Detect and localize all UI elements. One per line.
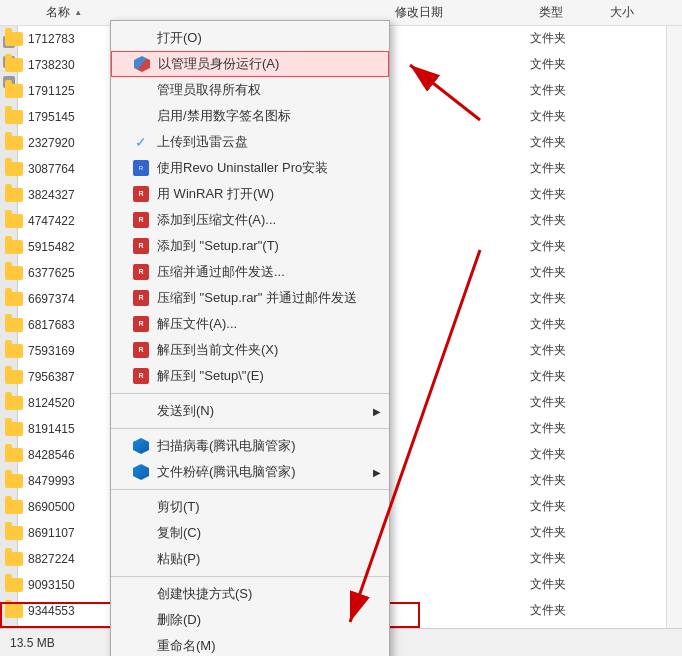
file-type: 文件夹 [530,290,606,307]
check-icon: ✓ [135,134,147,150]
menu-item-cut[interactable]: 剪切(T) [111,494,389,520]
col-size-header[interactable]: 大小 [610,4,682,21]
menu-item-label: 管理员取得所有权 [157,81,261,99]
menu-item-tencent-scan[interactable]: 扫描病毒(腾讯电脑管家) [111,433,389,459]
col-name-header[interactable]: 名称 ▲ [16,4,395,21]
file-type: 文件夹 [530,264,606,281]
file-type: 文件夹 [530,394,606,411]
menu-item-create-shortcut[interactable]: 创建快捷方式(S) [111,581,389,607]
menu-icon: ✓ [131,132,151,152]
menu-item-extract-setup[interactable]: R解压到 "Setup\"(E) [111,363,389,389]
menu-icon [131,401,151,421]
winrar-icon: R [133,342,149,358]
winrar-icon: R [133,212,149,228]
menu-icon [132,54,152,74]
file-type: 文件夹 [530,212,606,229]
folder-icon [5,240,23,254]
menu-item-rename[interactable]: 重命名(M) [111,633,389,656]
menu-item-take-ownership[interactable]: 管理员取得所有权 [111,77,389,103]
menu-item-label: 用 WinRAR 打开(W) [157,185,274,203]
menu-item-label: 使用Revo Uninstaller Pro安装 [157,159,328,177]
folder-icon [5,552,23,566]
menu-item-label: 压缩并通过邮件发送... [157,263,285,281]
winrar-icon: R [133,368,149,384]
folder-icon [5,448,23,462]
file-type: 文件夹 [530,30,606,47]
menu-item-extract[interactable]: R解压文件(A)... [111,311,389,337]
file-type: 文件夹 [530,82,606,99]
menu-icon [131,462,151,482]
folder-icon [5,396,23,410]
menu-icon: R [131,158,151,178]
file-icon-container [4,81,24,101]
submenu-arrow-icon: ▶ [373,467,381,478]
menu-item-tencent-shred[interactable]: 文件粉碎(腾讯电脑管家)▶ [111,459,389,485]
folder-icon [5,578,23,592]
menu-item-open[interactable]: 打开(O) [111,25,389,51]
file-icon-container [4,575,24,595]
menu-item-label: 解压文件(A)... [157,315,237,333]
menu-item-label: 粘贴(P) [157,550,200,568]
menu-icon [131,80,151,100]
menu-item-compress-setup-email[interactable]: R压缩到 "Setup.rar" 并通过邮件发送 [111,285,389,311]
menu-separator [111,489,389,490]
menu-item-label: 解压到 "Setup\"(E) [157,367,264,385]
menu-item-label: 启用/禁用数字签名图标 [157,107,291,125]
menu-item-send-to[interactable]: 发送到(N)▶ [111,398,389,424]
menu-item-run-admin[interactable]: 以管理员身份运行(A) [111,51,389,77]
menu-item-label: 上传到迅雷云盘 [157,133,248,151]
col-date-header[interactable]: 修改日期 [395,4,538,21]
folder-icon [5,266,23,280]
folder-icon [5,500,23,514]
file-type: 文件夹 [530,238,606,255]
menu-icon [131,436,151,456]
menu-icon: R [131,366,151,386]
menu-item-label: 压缩到 "Setup.rar" 并通过邮件发送 [157,289,357,307]
menu-item-paste[interactable]: 粘贴(P) [111,546,389,572]
folder-icon [5,84,23,98]
revo-icon: R [133,160,149,176]
file-icon-container [4,341,24,361]
menu-icon: R [131,340,151,360]
folder-icon [5,318,23,332]
file-type: 文件夹 [530,446,606,463]
file-icon-container [4,237,24,257]
menu-icon: R [131,184,151,204]
menu-item-label: 重命名(M) [157,637,216,655]
file-type: 文件夹 [530,472,606,489]
context-menu[interactable]: 打开(O)以管理员身份运行(A)管理员取得所有权启用/禁用数字签名图标✓上传到迅… [110,20,390,656]
file-icon-container [4,107,24,127]
scrollbar[interactable] [666,26,682,628]
menu-separator [111,576,389,577]
menu-item-digital-sig[interactable]: 启用/禁用数字签名图标 [111,103,389,129]
folder-icon [5,344,23,358]
file-type: 文件夹 [530,550,606,567]
menu-item-label: 删除(D) [157,611,201,629]
menu-item-label: 创建快捷方式(S) [157,585,252,603]
menu-item-label: 文件粉碎(腾讯电脑管家) [157,463,296,481]
menu-icon [131,28,151,48]
menu-item-compress-email[interactable]: R压缩并通过邮件发送... [111,259,389,285]
menu-icon [131,497,151,517]
menu-item-label: 添加到 "Setup.rar"(T) [157,237,279,255]
menu-icon: R [131,262,151,282]
col-type-header[interactable]: 类型 [539,4,611,21]
menu-icon: R [131,288,151,308]
menu-icon [131,584,151,604]
menu-item-add-archive[interactable]: R添加到压缩文件(A)... [111,207,389,233]
menu-item-label: 发送到(N) [157,402,214,420]
menu-item-upload-cloud[interactable]: ✓上传到迅雷云盘 [111,129,389,155]
menu-item-copy[interactable]: 复制(C) [111,520,389,546]
menu-item-winrar-open[interactable]: R用 WinRAR 打开(W) [111,181,389,207]
menu-item-delete[interactable]: 删除(D) [111,607,389,633]
folder-icon [5,474,23,488]
menu-item-label: 复制(C) [157,524,201,542]
menu-item-revo-install[interactable]: R使用Revo Uninstaller Pro安装 [111,155,389,181]
menu-item-add-setup-rar[interactable]: R添加到 "Setup.rar"(T) [111,233,389,259]
file-type: 文件夹 [530,368,606,385]
menu-icon [131,610,151,630]
file-icon-container [4,549,24,569]
menu-item-extract-here[interactable]: R解压到当前文件夹(X) [111,337,389,363]
folder-icon [5,58,23,72]
file-type: 文件夹 [530,524,606,541]
